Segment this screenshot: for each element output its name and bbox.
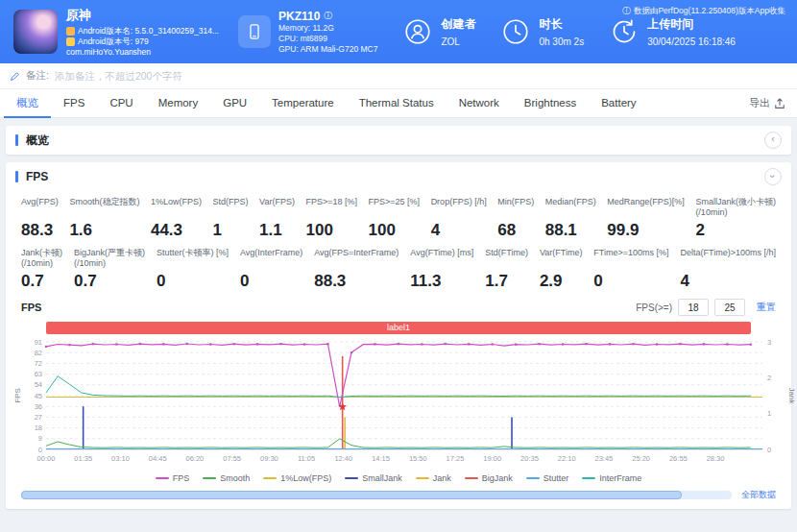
metric-value: 100 — [369, 221, 396, 240]
metric-value: 11.3 — [410, 272, 441, 291]
person-icon — [402, 16, 433, 47]
svg-text:14:15: 14:15 — [372, 454, 390, 463]
metric-label: Avg(InterFrame) — [240, 248, 302, 269]
metric-cell: FTime>=100ms [%]0 — [593, 248, 668, 291]
legend-Jank[interactable]: Jank — [416, 473, 451, 483]
duration-label: 时长 — [539, 16, 584, 33]
tab-Thermal Status[interactable]: Thermal Status — [347, 89, 447, 118]
legend-Stutter[interactable]: Stutter — [526, 473, 569, 483]
tab-Temperature[interactable]: Temperature — [259, 89, 347, 118]
svg-text:19:00: 19:00 — [483, 454, 501, 463]
metric-label: Drop(FPS) [/h] — [431, 197, 487, 218]
fps-collapse-button[interactable]: › — [764, 168, 782, 185]
metric-value: 0 — [593, 272, 602, 291]
fps-chart-toolbar: FPS FPS(>=) 重置 — [6, 293, 791, 318]
metric-label: Std(FPS) — [213, 197, 249, 218]
metric-value: 2 — [695, 221, 704, 240]
metric-cell: Avg(FPS)88.3 — [21, 197, 59, 240]
overview-card: 概览 › — [6, 126, 791, 155]
metric-cell: Avg(FPS=InterFrame)88.3 — [314, 248, 398, 291]
legend-SmallJank[interactable]: SmallJank — [345, 473, 402, 483]
tab-Memory[interactable]: Memory — [146, 89, 211, 118]
tab-Battery[interactable]: Battery — [589, 89, 648, 118]
export-button[interactable]: 导出 — [749, 96, 785, 110]
metric-cell: Avg(InterFrame)0 — [240, 248, 302, 291]
tab-FPS[interactable]: FPS — [51, 89, 97, 118]
chart-range-scrollbar[interactable] — [21, 491, 732, 499]
metric-label: SmallJank(微小卡顿) (/10min) — [695, 197, 776, 218]
fps-card: FPS › Avg(FPS)88.3Smooth(稳定指数)1.61%Low(F… — [6, 162, 791, 509]
metric-label: FTime>=100ms [%] — [593, 248, 668, 269]
fps-chart-title: FPS — [21, 302, 41, 313]
metric-cell: MedRange(FPS)[%]99.9 — [607, 197, 685, 240]
metric-label: Avg(FPS=InterFrame) — [314, 248, 398, 269]
remark-input[interactable] — [55, 70, 787, 82]
creator-label: 创建者 — [441, 16, 475, 33]
metric-value: 44.3 — [151, 221, 182, 240]
metric-value: 1.1 — [259, 221, 282, 240]
metric-cell: FPS>=25 [%]100 — [369, 197, 421, 240]
metric-cell: Smooth(稳定指数)1.6 — [69, 197, 139, 240]
fps-chart[interactable]: 09182736455463728291012300:0001:3503:100… — [12, 336, 797, 471]
fps-chart-area: 09182736455463728291012300:0001:3503:100… — [6, 336, 791, 471]
metric-cell: SmallJank(微小卡顿) (/10min)2 — [695, 197, 776, 240]
legend-Smooth[interactable]: Smooth — [203, 473, 250, 483]
tab-Brightness[interactable]: Brightness — [512, 89, 589, 118]
overview-collapse-button[interactable]: › — [764, 132, 782, 149]
metric-value: 88.3 — [314, 272, 346, 291]
all-data-button[interactable]: 全部数据 — [741, 489, 776, 501]
device-info: PKZ110 ⓘ Memory: 11.2G CPU: mt6899 GPU: … — [238, 10, 377, 55]
app-header: ⓘ 数据由PerfDog(11.2.250408)版本App收集 原神 Andr… — [0, 0, 797, 63]
clock-icon — [500, 16, 531, 47]
range-handle[interactable] — [21, 491, 682, 499]
svg-text:3: 3 — [767, 338, 771, 347]
metric-value: 0 — [157, 272, 165, 291]
metric-value: 1.6 — [69, 221, 92, 240]
legend-InterFrame[interactable]: InterFrame — [582, 473, 641, 483]
metric-value: 1.7 — [485, 272, 508, 291]
metric-label: Min(FPS) — [497, 197, 534, 218]
metric-value: 0.7 — [21, 272, 44, 291]
tab-bar: 概览FPSCPUMemoryGPUTemperatureThermal Stat… — [0, 89, 797, 118]
svg-text:00:00: 00:00 — [37, 454, 56, 463]
svg-text:17:25: 17:25 — [447, 454, 465, 463]
metric-value: 1 — [213, 221, 222, 240]
chart-label-banner[interactable]: label1 — [46, 322, 751, 334]
legend-FPS[interactable]: FPS — [156, 473, 190, 483]
metric-label: Var(FTime) — [540, 248, 583, 269]
metric-cell: Var(FTime)2.9 — [540, 248, 583, 291]
svg-text:11:05: 11:05 — [298, 454, 315, 463]
legend-BigJank[interactable]: BigJank — [465, 473, 513, 483]
device-gpu: GPU: ARM Mali-G720 MC7 — [278, 44, 377, 55]
upload-time-info: 上传时间 30/04/2025 16:18:46 — [609, 16, 736, 47]
legend-1%Low(FPS)[interactable]: 1%Low(FPS) — [263, 473, 331, 483]
svg-text:20:35: 20:35 — [520, 454, 539, 463]
fps-threshold-low-input[interactable] — [678, 299, 709, 316]
metric-cell: BigJank(严重卡顿) (/10min)0.7 — [74, 248, 145, 291]
svg-text:04:45: 04:45 — [149, 454, 167, 463]
tab-GPU[interactable]: GPU — [210, 89, 259, 118]
section-accent-bar — [15, 171, 18, 182]
metric-label: MedRange(FPS)[%] — [607, 197, 685, 218]
tab-CPU[interactable]: CPU — [97, 89, 145, 118]
svg-text:Jank: Jank — [787, 388, 796, 405]
metric-cell: Drop(FPS) [/h]4 — [431, 197, 487, 240]
svg-text:91: 91 — [35, 338, 42, 347]
metric-cell: Avg(FTime) [ms]11.3 — [410, 248, 473, 291]
info-icon: ⓘ — [622, 5, 631, 17]
fps-threshold-high-input[interactable] — [714, 299, 745, 316]
device-info-icon[interactable]: ⓘ — [324, 10, 332, 22]
section-accent-bar — [15, 134, 18, 146]
metric-cell: Delta(FTime)>100ms [/h]4 — [681, 248, 776, 291]
tab-Network[interactable]: Network — [447, 89, 512, 118]
metric-cell: 1%Low(FPS)44.3 — [151, 197, 202, 240]
reset-button[interactable]: 重置 — [757, 301, 776, 314]
metric-value: 100 — [305, 221, 332, 240]
metric-cell: FPS>=18 [%]100 — [305, 197, 357, 240]
svg-text:26:55: 26:55 — [669, 454, 688, 463]
tab-概览[interactable]: 概览 — [4, 89, 51, 118]
upload-time-label: 上传时间 — [647, 16, 736, 33]
collect-note: ⓘ 数据由PerfDog(11.2.250408)版本App收集 — [622, 5, 785, 17]
duration-value: 0h 30m 2s — [539, 36, 584, 47]
svg-text:06:20: 06:20 — [186, 454, 205, 463]
